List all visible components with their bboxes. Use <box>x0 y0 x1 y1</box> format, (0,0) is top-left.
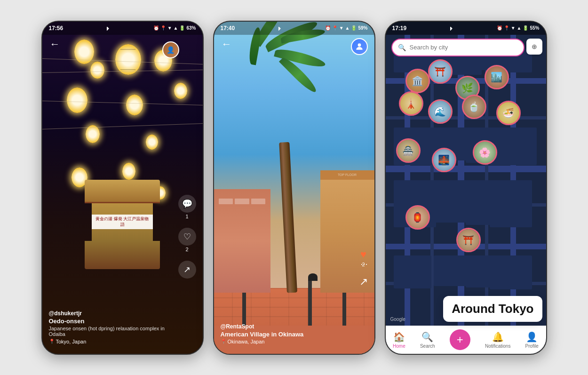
map-pin-12[interactable]: 🏮 <box>405 205 430 230</box>
wifi-icon: ▲ <box>174 25 178 31</box>
bell-icon: 🔔 <box>492 331 504 343</box>
battery-percent2: 59% <box>358 25 367 31</box>
post-username-2: @RentaSpot <box>221 323 346 330</box>
post-username: @dshukertjr <box>49 310 175 317</box>
building-left <box>214 189 270 293</box>
signal-icon2: ▼ <box>339 25 344 31</box>
wifi-icon3: ▲ <box>517 25 522 31</box>
phone1-status-icons: ⏰ 📍 ▼ ▲ 🔋 63% <box>153 25 196 31</box>
battery-percent3: 55% <box>530 25 539 31</box>
phone3-media-icon: ⏵ <box>449 25 454 31</box>
comment-button[interactable]: 💬 1 <box>178 195 196 219</box>
lantern-7 <box>174 83 187 99</box>
nav-notifications-label: Notifications <box>485 343 510 349</box>
nav-search[interactable]: 🔍 Search <box>420 331 435 349</box>
map-pin-13[interactable]: ⛩️ <box>456 228 481 252</box>
battery-icon2: 🔋 <box>351 25 357 31</box>
tower-mid: 黄金の湯 爆発 大江戸温泉物語 <box>92 203 153 241</box>
add-button[interactable]: + <box>450 329 470 350</box>
nav-notifications[interactable]: 🔔 Notifications <box>485 331 510 349</box>
location-icon2: 📍 <box>332 25 338 31</box>
heart-icon: ♡ <box>178 228 196 246</box>
action-icons: 💬 1 ♡ 2 ↗ <box>178 195 196 279</box>
signal-icon3: ▼ <box>511 25 516 31</box>
post-info: @dshukertjr Oedo-onsen Japanese onsen (h… <box>49 310 175 344</box>
post-title: Oedo-onsen <box>49 318 175 325</box>
nav-home-label: Home <box>393 343 405 349</box>
lantern-11 <box>122 163 135 180</box>
phone1-time: 17:56 <box>49 25 64 32</box>
around-tokyo-text: Around Tokyo <box>452 302 533 316</box>
back-arrow-2[interactable]: ← <box>222 38 232 50</box>
block8 <box>490 128 537 165</box>
map-pin-2[interactable]: ⛩️ <box>428 59 453 84</box>
phone-onsen: 17:56 ⏵ ⏰ 📍 ▼ ▲ 🔋 63% ← 黄金の湯 爆発 大江戸温泉物語 <box>41 21 204 355</box>
okinawa-avatar[interactable] <box>351 38 368 55</box>
search-bar[interactable]: 🔍 <box>391 39 524 56</box>
map-pin-1[interactable]: 🏛️ <box>405 69 430 93</box>
alarm-icon2: ⏰ <box>325 25 331 31</box>
block10 <box>434 180 469 223</box>
post-location-2: Okinawa, Japan <box>221 339 346 344</box>
share-icon: ↗ <box>178 261 196 279</box>
post-description: Japanese onsen (hot dpring) relaxation c… <box>49 326 175 337</box>
nav-profile[interactable]: 👤 Profile <box>525 331 539 349</box>
phone3-status-bar: 17:19 ⏵ ⏰ 📍 ▼ ▲ 🔋 55% <box>386 22 546 35</box>
comment-icon: 💬 <box>178 195 196 213</box>
phone2-post-info: @RentaSpot American Village in Okinawa O… <box>221 323 346 344</box>
crosshair-icon: ⊕ <box>532 43 537 50</box>
battery-icon: 🔋 <box>179 25 185 31</box>
map-pin-6[interactable]: 🌊 <box>428 99 453 124</box>
like-button[interactable]: ♡ 2 <box>178 228 196 252</box>
share-button[interactable]: ↗ <box>178 261 196 279</box>
phone-map: 17:19 ⏵ ⏰ 📍 ▼ ▲ 🔋 55% <box>385 21 547 355</box>
plus-icon: + <box>457 333 463 346</box>
nav-profile-label: Profile <box>525 343 539 349</box>
post-title-2: American Village in Okinawa <box>221 331 346 338</box>
map-pin-11[interactable]: 🌸 <box>473 140 497 165</box>
phone3-time: 17:19 <box>392 25 407 32</box>
lantern-1 <box>115 44 141 75</box>
location-icon3: 📍 <box>504 25 509 31</box>
svg-point-0 <box>358 43 361 47</box>
share-button-2[interactable]: ↗ <box>359 276 368 288</box>
tower-top <box>85 180 160 203</box>
onsen-tower: 黄金の湯 爆発 大江戸温泉物語 <box>85 180 160 269</box>
lantern-3 <box>90 62 104 79</box>
lantern-9 <box>146 135 158 150</box>
search-nav-icon: 🔍 <box>421 331 433 343</box>
location-button[interactable]: ⊕ <box>526 39 542 55</box>
wifi-icon2: ▲ <box>345 25 350 31</box>
lantern-5 <box>67 88 87 113</box>
bottom-nav: 🏠 Home 🔍 Search + 🔔 Notifications 👤 Prof… <box>386 326 546 354</box>
map-pin-9[interactable]: 🏯 <box>396 138 421 163</box>
lantern-6 <box>126 95 143 115</box>
phone-okinawa: 17:40 ⏵ ⏰ 📍 ▼ ▲ 🔋 59% ← TOP FLOOR <box>213 21 375 355</box>
signal-icon: ▼ <box>167 25 172 31</box>
battery-icon3: 🔋 <box>523 25 528 31</box>
around-tokyo-tooltip: Around Tokyo <box>443 296 542 322</box>
comment-count: 1 <box>185 214 188 219</box>
phone1-status-bar: 17:56 ⏵ ⏰ 📍 ▼ ▲ 🔋 63% <box>42 22 203 35</box>
nav-search-label: Search <box>420 343 435 349</box>
post-location: Tokyo, Japan <box>49 339 175 344</box>
map-pin-4[interactable]: 🏙️ <box>485 65 509 89</box>
map-pin-10[interactable]: 🌉 <box>432 148 456 172</box>
block14 <box>434 255 469 286</box>
back-arrow[interactable]: ← <box>50 38 60 50</box>
map-pin-7[interactable]: 🍵 <box>462 95 486 119</box>
map-pin-8[interactable]: 🍜 <box>496 101 521 125</box>
battery-percent: 63% <box>186 25 196 31</box>
map-pin-5[interactable]: 🗼 <box>399 91 423 116</box>
alarm-icon: ⏰ <box>153 25 159 31</box>
profile-icon: 👤 <box>526 331 538 343</box>
block13 <box>394 255 431 288</box>
lamp-head-2 <box>308 273 318 281</box>
search-input[interactable] <box>410 44 518 51</box>
block12 <box>490 180 532 227</box>
nav-add[interactable]: + <box>450 329 470 350</box>
nav-home[interactable]: 🏠 Home <box>393 331 405 349</box>
user-avatar[interactable]: 👤 <box>162 41 179 58</box>
tower-sign: 黄金の湯 爆発 大江戸温泉物語 <box>92 215 153 229</box>
more-options[interactable]: ··· <box>360 259 367 269</box>
